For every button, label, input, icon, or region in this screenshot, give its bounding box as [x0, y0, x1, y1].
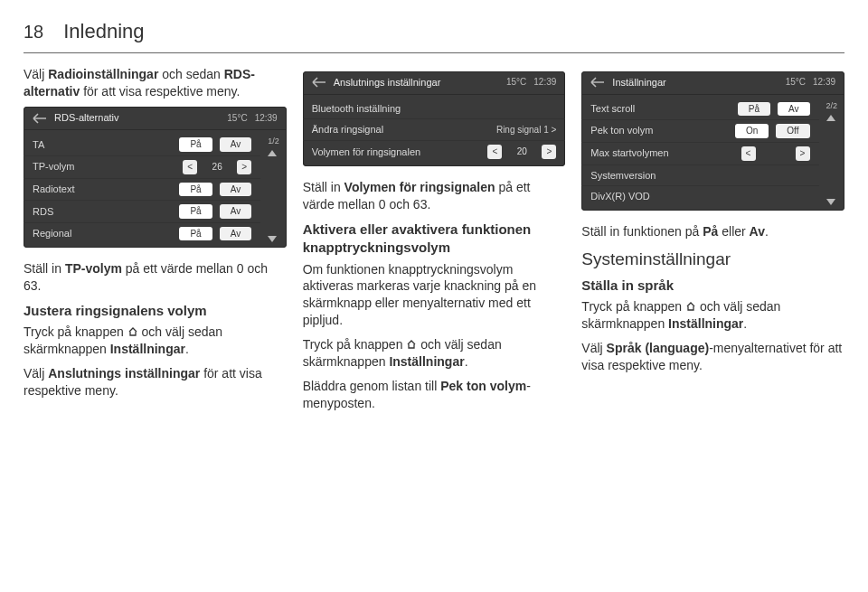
- back-icon[interactable]: [33, 113, 47, 124]
- page-indicator: 1/2: [268, 136, 279, 146]
- header-rule: [24, 52, 844, 53]
- list-item[interactable]: Ändra ringsignal Ring signal 1 >: [303, 118, 566, 140]
- ui-title: RDS-alternativ: [54, 111, 220, 125]
- ui-temp: 15°C: [786, 76, 806, 89]
- row-label: Max startvolymen: [590, 146, 733, 160]
- volym-text: Ställ in Volymen för ringsignalen på ett…: [303, 179, 566, 213]
- toggle-off[interactable]: Av: [220, 227, 252, 241]
- row-label: Regional: [33, 227, 172, 240]
- sprak-text: Välj Språk (language)-menyalternativet f…: [581, 340, 844, 374]
- ui-rds-panel: RDS-alternativ 15°C 12:39 TA På Av TP-vo…: [24, 107, 287, 248]
- home-icon: [685, 299, 696, 310]
- row-label: TP-volym: [33, 160, 175, 174]
- row-label: Radiotext: [33, 183, 172, 196]
- bladdra-text: Bläddra genom listan till Pek ton volym-…: [303, 378, 566, 412]
- language-heading: Ställa in språk: [581, 277, 844, 295]
- toggle-off[interactable]: Av: [220, 137, 252, 152]
- row-label: TA: [33, 138, 172, 152]
- chevron-left-icon[interactable]: <: [741, 146, 756, 161]
- tp-volym-text: Ställ in TP-volym på ett värde mellan 0 …: [24, 260, 287, 295]
- chevron-right-icon[interactable]: >: [237, 160, 251, 174]
- ui-time: 12:39: [255, 112, 278, 125]
- toggle-off[interactable]: Av: [220, 183, 252, 197]
- toggle-off[interactable]: Av: [778, 102, 810, 117]
- page-number: 18: [24, 20, 43, 44]
- scroll-up-icon[interactable]: [826, 115, 835, 121]
- toggle-on[interactable]: On: [735, 124, 769, 138]
- toggle-on[interactable]: På: [179, 204, 212, 219]
- language-instruction: Tryck på knappen och välj sedan skärmkna…: [581, 298, 844, 333]
- list-item[interactable]: Systemversion: [581, 164, 818, 186]
- ui-title: Inställningar: [612, 76, 778, 89]
- chevron-right-icon[interactable]: >: [796, 146, 810, 161]
- value: 26: [204, 161, 230, 174]
- toggle-on[interactable]: På: [179, 137, 212, 152]
- chevron-right-icon[interactable]: >: [542, 145, 556, 159]
- system-heading: Systeminställningar: [581, 248, 844, 271]
- home-icon: [127, 324, 138, 335]
- toggle-off[interactable]: Av: [220, 204, 252, 219]
- column-1: Välj Radioinställningar och sedan RDS-al…: [24, 66, 287, 419]
- toggle-on[interactable]: På: [179, 227, 212, 241]
- list-item[interactable]: DivX(R) VOD: [581, 185, 818, 207]
- scroll-up-icon[interactable]: [268, 150, 277, 156]
- chevron-left-icon[interactable]: <: [183, 160, 197, 174]
- scroll-down-icon[interactable]: [826, 199, 835, 205]
- page-indicator: 2/2: [826, 100, 838, 111]
- ui-temp: 15°C: [227, 112, 247, 125]
- column-3: Inställningar 15°C 12:39 Text scroll På …: [581, 66, 844, 419]
- ui-temp: 15°C: [506, 76, 526, 89]
- row-label: Pek ton volym: [590, 124, 728, 137]
- ui-time: 12:39: [813, 76, 835, 89]
- ringsignal-heading: Justera ringsignalens volym: [24, 302, 287, 320]
- value: 20: [509, 146, 534, 158]
- row-label: Text scroll: [590, 102, 730, 116]
- value-right: Ring signal 1 >: [496, 124, 556, 136]
- intro-text: Välj Radioinställningar och sedan RDS-al…: [24, 66, 287, 100]
- back-icon[interactable]: [590, 77, 605, 88]
- ringsignal-text: Tryck på knappen och välj sedan skärmkna…: [24, 324, 287, 358]
- chevron-left-icon[interactable]: <: [487, 145, 502, 159]
- aktivera-heading: Aktivera eller avaktivera funktionen kna…: [303, 221, 566, 258]
- aktivera-text: Om funktionen knapptryckningsvolym aktiv…: [303, 261, 566, 330]
- toggle-on[interactable]: På: [738, 102, 770, 117]
- toggle-off[interactable]: Off: [776, 124, 809, 138]
- fn-text: Ställ in funktionen på På eller Av.: [581, 223, 844, 240]
- ui-connection-panel: Anslutnings inställningar 15°C 12:39 Blu…: [303, 71, 566, 167]
- home-icon: [406, 337, 417, 348]
- aktivera-instruction: Tryck på knappen och välj sedan skärmkna…: [303, 336, 566, 371]
- row-label: RDS: [33, 205, 172, 219]
- page-title: Inledning: [63, 18, 144, 45]
- ui-title: Anslutnings inställningar: [334, 76, 499, 89]
- toggle-on[interactable]: På: [179, 183, 212, 197]
- row-label: Volymen för ringsignalen: [312, 146, 481, 159]
- anslutnings-text: Välj Anslutnings inställningar för att v…: [24, 365, 287, 399]
- column-2: Anslutnings inställningar 15°C 12:39 Blu…: [303, 66, 566, 419]
- scroll-down-icon[interactable]: [268, 236, 277, 242]
- ui-time: 12:39: [533, 76, 556, 89]
- list-item[interactable]: Bluetooth inställning: [303, 99, 566, 119]
- back-icon[interactable]: [312, 77, 326, 88]
- ui-settings-panel: Inställningar 15°C 12:39 Text scroll På …: [581, 71, 844, 211]
